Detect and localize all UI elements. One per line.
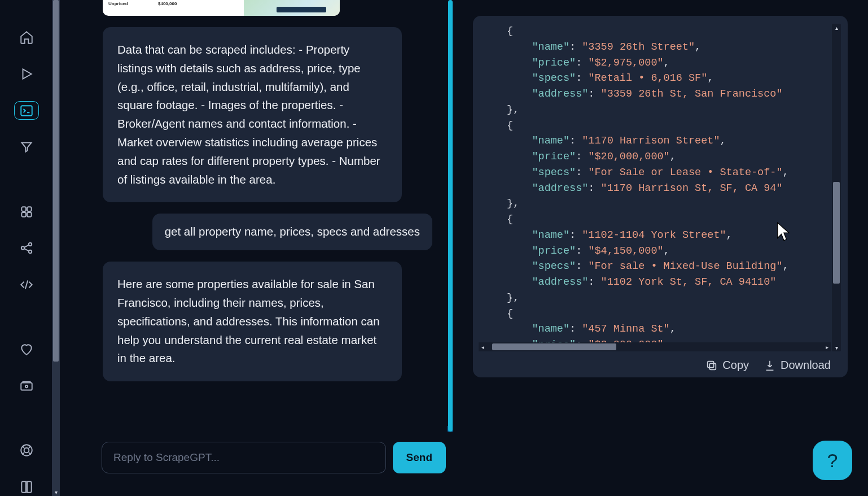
code-panel: { "name": "3359 26th Street", "price": "… [473,16,848,377]
send-button[interactable]: Send [393,442,446,473]
svg-rect-2 [27,207,32,211]
thumb-price-label: $400,000 [158,1,177,6]
code-icon[interactable] [14,276,39,294]
user-message: get all property name, prices, specs and… [152,214,432,250]
assistant-message: Here are some properties available for s… [103,262,402,381]
sidebar: ▴ ▾ [0,0,53,496]
chat-column: Unpriced $400,000 Data that can be scrap… [63,0,453,496]
svg-rect-1 [21,207,26,211]
home-icon[interactable] [14,28,39,47]
play-icon[interactable] [14,65,39,84]
code-body[interactable]: { "name": "3359 26th Street", "price": "… [507,24,834,353]
help-label: ? [827,450,838,472]
svg-point-11 [24,448,29,453]
svg-rect-3 [21,212,26,217]
code-column: { "name": "3359 26th Street", "price": "… [453,0,868,496]
svg-point-6 [29,243,32,246]
code-actions: Copy Download [473,353,848,374]
lifebuoy-icon[interactable] [14,441,39,460]
svg-point-5 [21,247,24,250]
download-label: Download [781,359,831,372]
book-icon[interactable] [14,477,39,496]
grid-icon[interactable] [14,203,39,221]
listing-thumbnail: Unpriced $400,000 [103,0,340,16]
svg-rect-0 [21,106,32,115]
filter-icon[interactable] [14,138,39,156]
copy-button[interactable]: Copy [705,359,749,372]
share-icon[interactable] [14,239,39,258]
svg-point-7 [29,250,32,253]
message-text: Here are some properties available for s… [117,277,380,364]
copy-label: Copy [722,359,749,372]
chat-scroll[interactable]: Unpriced $400,000 Data that can be scrap… [63,0,453,432]
wallet-icon[interactable] [14,377,39,395]
download-button[interactable]: Download [764,359,831,372]
code-vertical-scrollbar[interactable]: ▴▾ [832,24,841,351]
assistant-message: Data that can be scraped includes: - Pro… [103,27,402,202]
help-button[interactable]: ? [813,441,852,480]
svg-rect-13 [708,361,714,367]
message-text: get all property name, prices, specs and… [165,225,420,238]
code-text: { "name": "3359 26th Street", "price": "… [507,24,834,353]
svg-rect-4 [27,212,32,217]
chat-input[interactable] [102,442,386,473]
terminal-icon[interactable] [14,101,39,120]
sidebar-scrollbar[interactable]: ▴ ▾ [52,0,60,496]
message-text: Data that can be scraped includes: - Pro… [117,43,380,186]
thumb-unpriced-label: Unpriced [108,1,128,6]
svg-rect-8 [21,382,32,390]
heart-icon[interactable] [14,340,39,359]
svg-point-9 [25,385,28,388]
thumb-cta [277,7,326,12]
svg-rect-12 [710,363,716,369]
code-horizontal-scrollbar[interactable]: ◂▸ [479,342,831,351]
chat-input-row: Send [63,432,453,473]
